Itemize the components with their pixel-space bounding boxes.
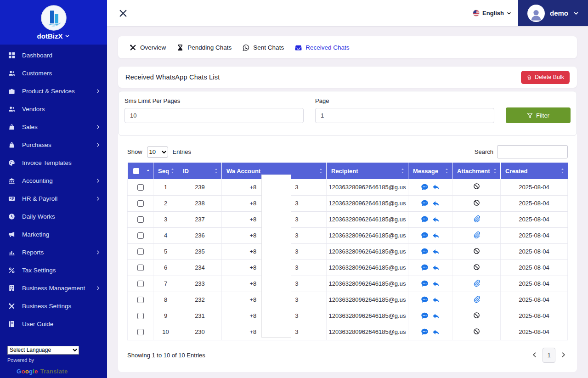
sidebar-item-purchases[interactable]: Purchases [0,136,107,154]
row-checkbox[interactable] [137,184,144,191]
reply-icon[interactable] [432,248,440,255]
caret-down-icon [507,11,511,16]
page-input[interactable] [315,108,494,123]
prev-page-button[interactable] [531,352,538,359]
chat-icon[interactable] [421,231,429,239]
chat-icon[interactable] [421,199,429,207]
search-input[interactable] [497,145,568,158]
column-label: ID [183,168,189,175]
sidebar-item-accounting[interactable]: Accounting [0,172,107,190]
sidebar-item-reports[interactable]: Reports [0,243,107,261]
translate-wordmark: Translate [40,368,68,375]
reply-icon[interactable] [432,200,440,207]
sidebar-item-business-management[interactable]: Business Management [0,279,107,297]
column-header-id[interactable]: ID [178,163,222,179]
chevron-right-icon [96,286,101,291]
close-button[interactable] [119,9,128,18]
whatsapp-icon [243,44,249,51]
chat-icon[interactable] [421,264,429,271]
list-header-card: Received WhatsApp Chats List Delete Bulk [118,67,577,88]
table-header-row: Seq ID Wa Account Recipient Message Atta… [128,163,568,179]
seq-cell: 5 [153,243,178,260]
reply-icon[interactable] [432,328,440,336]
reply-icon[interactable] [432,232,440,239]
inbox-icon [295,44,302,51]
sidebar-item-sales[interactable]: Sales [0,118,107,136]
sidebar-item-business-settings[interactable]: Business Settings [0,297,107,315]
sidebar-item-invoice-templates[interactable]: Invoice Templates [0,154,107,172]
column-header-message[interactable]: Message [408,163,452,179]
brand-switcher[interactable]: dotBizX [37,32,70,40]
column-header-seq[interactable]: Seq [153,163,178,179]
message-cell [408,211,452,227]
paperclip-icon[interactable] [473,280,480,287]
no-attachment-icon [473,248,480,254]
id-cell: 231 [178,308,222,324]
tab-pendding-chats[interactable]: Pendding Chats [177,44,232,51]
chat-icon[interactable] [421,296,429,304]
chat-icon[interactable] [421,280,429,288]
reply-icon[interactable] [432,183,440,191]
paperclip-icon[interactable] [473,215,480,222]
chat-icon[interactable] [421,183,429,191]
sidebar-item-dashboard[interactable]: Dashboard [0,46,107,64]
sidebar-item-daily-works[interactable]: Daily Works [0,208,107,226]
row-checkbox[interactable] [137,265,144,271]
sms-limit-input[interactable] [124,108,304,123]
select-all-checkbox[interactable] [133,168,139,174]
row-checkbox[interactable] [137,313,144,319]
sidebar-item-label: Invoice Templates [22,159,72,166]
chat-icon[interactable] [421,215,429,223]
row-checkbox[interactable] [137,329,144,335]
tab-overview[interactable]: Overview [130,44,166,51]
sidebar-item-product-services[interactable]: Product & Services [0,82,107,100]
row-checkbox[interactable] [137,200,144,207]
filter-button[interactable]: Filter [506,107,571,123]
no-attachment-icon [473,199,480,206]
column-header-recipient[interactable]: Recipient [327,163,408,179]
language-switcher[interactable]: English [473,10,511,17]
reply-icon[interactable] [432,280,440,288]
sidebar-item-customers[interactable]: Customers [0,64,107,82]
select-cell [128,243,153,260]
column-header-attachment[interactable]: Attachment [452,163,501,179]
delete-bulk-button[interactable]: Delete Bulk [521,71,570,84]
row-checkbox[interactable] [137,232,144,239]
page-number-button[interactable]: 1 [543,348,555,363]
sidebar-item-label: HR & Payroll [22,195,57,202]
sort-icon [170,168,175,174]
paperclip-icon[interactable] [473,231,480,238]
attachment-cell [452,227,501,243]
paperclip-icon[interactable] [473,296,480,303]
attachment-cell [452,292,501,308]
row-checkbox[interactable] [137,216,144,223]
sidebar-item-vendors[interactable]: Vendors [0,100,107,118]
chat-icon[interactable] [421,328,429,336]
sidebar-item-user-guide[interactable]: User Guide [0,315,107,333]
seq-cell: 10 [153,324,178,340]
row-checkbox[interactable] [137,281,144,287]
chat-icon[interactable] [421,312,429,320]
message-cell [408,260,452,276]
row-checkbox[interactable] [137,248,144,255]
sidebar-item-tax-settings[interactable]: Tax Settings [0,261,107,279]
row-checkbox[interactable] [137,297,144,303]
reply-icon[interactable] [432,216,440,223]
chat-icon[interactable] [421,248,429,255]
reply-icon[interactable] [432,312,440,320]
reply-icon[interactable] [432,264,440,271]
reply-icon[interactable] [432,296,440,304]
language-select[interactable]: Select Language [7,346,79,355]
entries-select[interactable]: 10 [147,147,168,158]
brand-logo [41,5,67,31]
tab-received-chats[interactable]: Received Chats [295,44,349,51]
search-wrap: Search [475,145,568,158]
sidebar-item-hr-payroll[interactable]: HR & Payroll [0,190,107,208]
next-page-button[interactable] [560,352,567,359]
tab-sent-chats[interactable]: Sent Chats [243,44,284,51]
sidebar-item-marketing[interactable]: Marketing [0,226,107,243]
column-header-created[interactable]: Created [501,163,568,179]
select-all-header[interactable] [128,163,153,179]
user-menu[interactable]: demo [518,0,588,26]
chevron-right-icon [560,352,566,358]
